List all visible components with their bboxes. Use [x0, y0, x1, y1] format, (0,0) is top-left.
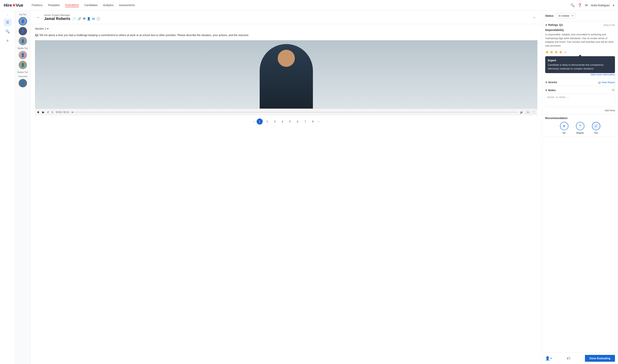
link-icon[interactable]: 🔗: [78, 17, 81, 21]
mail-icon[interactable]: ✉: [585, 3, 588, 7]
next-candidate-button[interactable]: →: [531, 14, 537, 20]
rec-maybe-button[interactable]: ? Maybe: [576, 122, 584, 134]
scores-toggle[interactable]: ∨ Scores: [545, 81, 557, 84]
bottom-tier-label: Bottom Tier: [17, 71, 28, 73]
nav-assessments[interactable]: Assessments: [119, 4, 135, 7]
rewind-button[interactable]: ↺: [47, 111, 49, 114]
rec-no-button[interactable]: ✕ No: [560, 122, 568, 134]
avg-badge: (Avg 4.25): [604, 24, 615, 26]
star-2[interactable]: ★: [550, 50, 554, 55]
content-area: Section 1 ▾ Q1 Tell me about a time you …: [30, 24, 542, 364]
nav-analytics[interactable]: Analytics: [103, 4, 114, 7]
sidebar: › ☰ 🔍 ≡: [0, 11, 15, 364]
tooltip-title: Expert: [548, 59, 612, 62]
tag-icon[interactable]: 🏷: [567, 356, 570, 361]
page-7-button[interactable]: 7: [302, 118, 308, 125]
tooltip-body: Candidate is likely to demonstrate this …: [548, 63, 612, 70]
right-panel: Status: In review Complete Pending ∧ Rat…: [542, 11, 618, 364]
page-1-button[interactable]: 1: [257, 118, 263, 125]
sidebar-sort-icon[interactable]: ≡: [4, 37, 11, 44]
sidebar-expand-icon[interactable]: ›: [6, 13, 9, 17]
candidate-avatar-6[interactable]: 👤: [19, 79, 27, 87]
rec-yes-button[interactable]: ✓ Yes: [592, 122, 600, 134]
candidate-avatar-2[interactable]: 👤: [19, 27, 27, 35]
notes-section: ∨ Notes 0 Add Note: [542, 86, 618, 114]
next-page-button[interactable]: ›: [317, 119, 320, 124]
ratings-chevron-icon[interactable]: ∧: [545, 23, 547, 26]
speed-button[interactable]: 1x: [525, 111, 530, 114]
fullscreen-button[interactable]: ⛶: [533, 111, 535, 114]
forward-button[interactable]: ↻: [51, 111, 54, 114]
candidate-avatar-4[interactable]: 👤: [19, 51, 27, 59]
progress-fill: [71, 112, 73, 113]
view-more-link[interactable]: View more information: [545, 73, 615, 76]
sidebar-search-icon[interactable]: 🔍: [4, 28, 11, 35]
nav-positions[interactable]: Positions: [32, 4, 42, 7]
ratings-label: Ratings: [548, 23, 558, 26]
nav-candidates[interactable]: Candidates: [84, 4, 98, 7]
prev-candidate-button[interactable]: ←: [35, 14, 42, 20]
ratings-q-label: Q1:: [559, 23, 563, 26]
notes-input[interactable]: [545, 94, 615, 107]
page-4-button[interactable]: 4: [279, 118, 286, 125]
user-chevron-icon[interactable]: ▾: [613, 4, 614, 7]
star-3[interactable]: ★: [554, 50, 558, 55]
status-select[interactable]: In review Complete Pending: [556, 13, 576, 19]
add-note-button[interactable]: Add Note: [545, 109, 615, 112]
rec-yes-circle: ✓: [592, 122, 600, 130]
nav-templates[interactable]: Templates: [48, 4, 60, 7]
page-5-button[interactable]: 5: [287, 118, 293, 125]
nav-evaluations[interactable]: Evaluations: [65, 3, 79, 7]
question-body: Tell me about a time you had a challenge…: [39, 34, 249, 37]
sidebar-list-icon[interactable]: ☰: [4, 19, 11, 26]
candidate-header: ← Senior Project Manager Jamal Roberts 📄…: [30, 11, 542, 24]
video-frame[interactable]: [35, 40, 537, 109]
star-1[interactable]: ★: [545, 50, 549, 55]
star-4[interactable]: ★: [559, 50, 563, 55]
competency-name: Dependability: [545, 28, 615, 32]
tooltip-arrow: [579, 55, 582, 56]
clock-icon[interactable]: 🕐: [96, 17, 100, 21]
notes-toggle[interactable]: ∨ Notes: [545, 89, 556, 92]
section-selector[interactable]: Section 1 ▾: [35, 27, 537, 30]
scores-label: Scores: [548, 81, 557, 84]
ratings-section: ∧ Ratings Q1: (Avg 4.25) Dependability I…: [542, 21, 618, 78]
add-person-icon[interactable]: 👤+: [545, 356, 552, 361]
view-report-label: View Report: [602, 81, 615, 84]
expert-tooltip: Expert Candidate is likely to demonstrat…: [545, 56, 615, 73]
page-3-button[interactable]: 3: [272, 118, 278, 125]
document-icon[interactable]: 📄: [72, 17, 76, 21]
stars-row: ★ ★ ★ ★ ★: [545, 50, 615, 55]
candidate-avatar-1[interactable]: 👤: [19, 17, 27, 26]
rec-maybe-label: Maybe: [576, 131, 584, 134]
candidate-avatar-3[interactable]: 👤: [19, 37, 27, 45]
user-menu[interactable]: Anita Rodriguez: [591, 4, 610, 7]
help-icon[interactable]: ❓: [578, 3, 582, 7]
video-progress-bar[interactable]: [71, 112, 518, 113]
notes-label: Notes: [548, 89, 556, 92]
search-icon[interactable]: 🔍: [570, 3, 575, 7]
prev-page-button[interactable]: ‹: [252, 119, 255, 124]
status-bar: Status: In review Complete Pending: [542, 11, 618, 21]
view-report-link[interactable]: 📊 View Report: [598, 81, 615, 84]
page-2-button[interactable]: 2: [264, 118, 270, 125]
play-button[interactable]: ▶: [42, 110, 44, 114]
status-label: Status:: [545, 14, 554, 17]
linkedin-icon[interactable]: in: [92, 17, 95, 21]
rec-no-label: No: [563, 131, 566, 134]
top-navigation: Hire★Vue Positions Templates Evaluations…: [0, 0, 618, 11]
candidate-avatar-5[interactable]: 👤: [19, 61, 27, 69]
main-content: ← Senior Project Manager Jamal Roberts 📄…: [30, 11, 542, 364]
email-icon[interactable]: ✉: [83, 17, 85, 21]
page-6-button[interactable]: 6: [295, 118, 301, 125]
volume-button[interactable]: 🔊: [520, 111, 523, 114]
recommendation-buttons: ✕ No ? Maybe ✓ Yes: [545, 122, 615, 134]
top-tier-label: Top Tier: [19, 13, 27, 15]
person-icon[interactable]: 👤: [87, 17, 91, 21]
star-5[interactable]: ★: [563, 50, 567, 55]
scores-section: ∨ Scores 📊 View Report: [542, 78, 618, 86]
unscored-label: Unscored: [18, 75, 27, 78]
pagination: ‹ 1 2 3 4 5 6 7 8 ›: [35, 116, 537, 128]
done-evaluating-button[interactable]: Done Evaluating: [585, 355, 615, 362]
page-8-button[interactable]: 8: [310, 118, 316, 125]
